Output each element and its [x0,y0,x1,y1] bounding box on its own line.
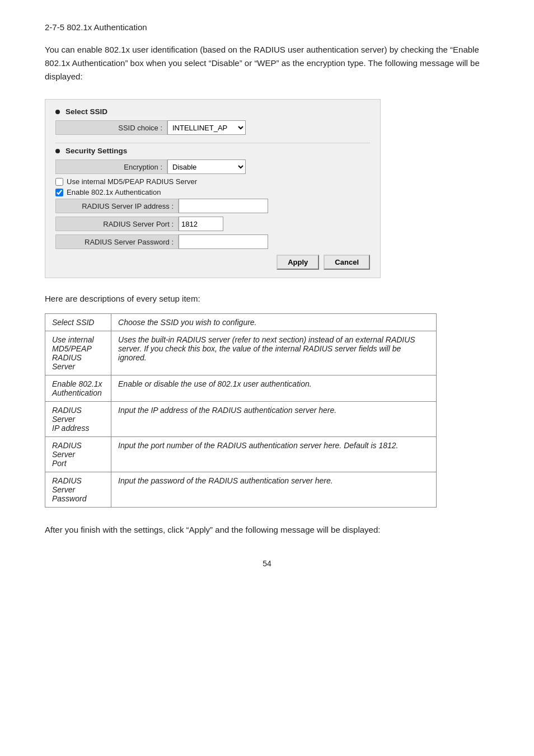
radius-ip-input[interactable] [179,199,268,213]
term-cell: RADIUS Server Port [45,437,111,472]
description-table: Select SSIDChoose the SSID you wish to c… [45,313,437,508]
term-cell: RADIUS Server Password [45,472,111,508]
select-ssid-section: Select SSID SSID choice : INTELLINET_AP [55,107,370,135]
section-title: 2-7-5 802.1x Authentication [45,22,489,32]
radius-ip-row: RADIUS Server IP address : [55,199,370,213]
term-cell: Use internal MD5/PEAP RADIUS Server [45,331,111,375]
radius-ip-label: RADIUS Server IP address : [55,199,179,213]
term-cell: Select SSID [45,314,111,331]
encryption-row: Encryption : Disable WEP WPA [55,159,370,174]
bullet-icon [55,110,60,114]
table-row: RADIUS Server PortInput the port number … [45,437,437,472]
use-internal-row: Use internal MD5/PEAP RADIUS Server [55,177,370,186]
desc-cell: Choose the SSID you wish to configure. [111,314,437,331]
table-row: RADIUS Server PasswordInput the password… [45,472,437,508]
intro-text: You can enable 802.1x user identificatio… [45,43,489,83]
encryption-select[interactable]: Disable WEP WPA [167,159,246,174]
table-row: RADIUS Server IP addressInput the IP add… [45,402,437,437]
radius-password-label: RADIUS Server Password : [55,234,179,249]
enable-8021x-checkbox[interactable] [55,189,63,196]
security-settings-section: Security Settings Encryption : Disable W… [55,147,370,249]
use-internal-checkbox[interactable] [55,178,63,186]
table-row: Use internal MD5/PEAP RADIUS ServerUses … [45,331,437,375]
desc-cell: Input the IP address of the RADIUS authe… [111,402,437,437]
ssid-choice-label: SSID choice : [55,120,167,135]
divider [55,143,370,143]
select-ssid-title: Select SSID [55,107,370,116]
here-text: Here are descriptions of every setup ite… [45,294,489,303]
cancel-button[interactable]: Cancel [324,255,370,270]
desc-cell: Uses the built-in RADIUS server (refer t… [111,331,437,375]
security-settings-title: Security Settings [55,147,370,155]
term-cell: Enable 802.1x Authentication [45,375,111,402]
radius-port-input[interactable] [179,217,223,231]
apply-button[interactable]: Apply [277,255,319,270]
radius-password-input[interactable] [179,234,268,249]
radius-password-row: RADIUS Server Password : [55,234,370,249]
radius-port-label: RADIUS Server Port : [55,217,179,231]
button-row: Apply Cancel [55,255,370,270]
config-box: Select SSID SSID choice : INTELLINET_AP … [45,99,381,278]
enable-8021x-row: Enable 802.1x Authentication [55,188,370,196]
table-row: Select SSIDChoose the SSID you wish to c… [45,314,437,331]
desc-cell: Enable or disable the use of 802.1x user… [111,375,437,402]
desc-cell: Input the password of the RADIUS authent… [111,472,437,508]
ssid-choice-select[interactable]: INTELLINET_AP [167,120,246,135]
desc-cell: Input the port number of the RADIUS auth… [111,437,437,472]
table-row: Enable 802.1x AuthenticationEnable or di… [45,375,437,402]
after-text: After you finish with the settings, clic… [45,523,489,537]
term-cell: RADIUS Server IP address [45,402,111,437]
ssid-choice-row: SSID choice : INTELLINET_AP [55,120,370,135]
radius-port-row: RADIUS Server Port : [55,217,370,231]
page-number: 54 [45,559,489,568]
bullet-icon-2 [55,149,60,153]
use-internal-label: Use internal MD5/PEAP RADIUS Server [67,177,197,186]
encryption-label: Encryption : [55,159,167,174]
enable-8021x-label: Enable 802.1x Authentication [67,188,161,196]
